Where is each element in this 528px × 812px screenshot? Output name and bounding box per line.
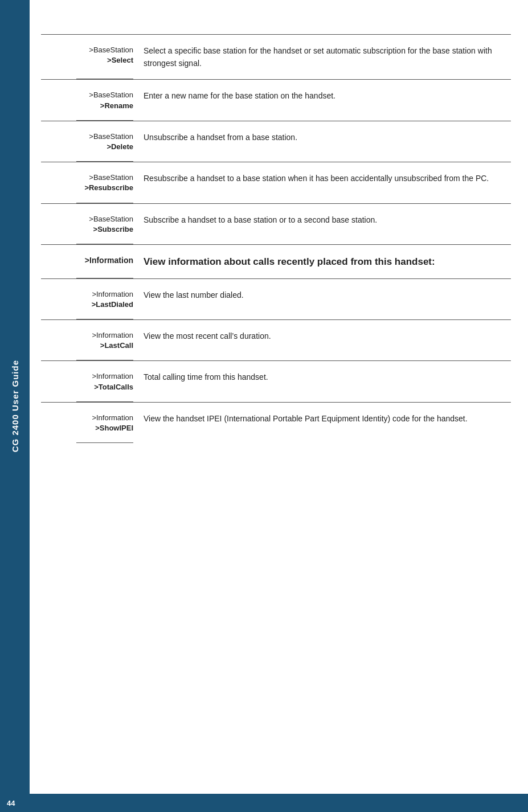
- row-label-top: >BaseStation: [89, 173, 133, 183]
- row-inner: >Information >ShowIPEI View the handset …: [41, 413, 511, 443]
- row-label-top: >Information: [92, 330, 133, 341]
- row-description: Enter a new name for the base station on…: [144, 90, 511, 110]
- row-label-bottom: >Rename: [100, 101, 133, 111]
- row-label-bottom: >LastDialed: [92, 300, 133, 310]
- table-row: >Information >ShowIPEI View the handset …: [41, 402, 511, 443]
- row-label: >BaseStation >Rename: [41, 90, 144, 110]
- row-inner: >BaseStation >Rename Enter a new name fo…: [41, 90, 511, 120]
- row-label: >Information >LastCall: [41, 330, 144, 351]
- row-label-top: >BaseStation: [89, 214, 133, 224]
- row-description: Total calling time from this handset.: [144, 371, 511, 392]
- table-row: >BaseStation >Delete Unsubscribe a hands…: [41, 121, 511, 162]
- page-number: 44: [7, 799, 15, 807]
- row-content: >BaseStation >Delete Unsubscribe a hands…: [41, 132, 511, 161]
- row-description: Subscribe a handset to a base station or…: [144, 214, 511, 235]
- row-inner: >BaseStation >Select Select a specific b…: [41, 45, 511, 79]
- sidebar-title: CG 2400 User Guide: [10, 360, 20, 452]
- page-bar: 44: [0, 794, 528, 812]
- row-label-top: >BaseStation: [89, 45, 133, 55]
- row-description: Resubscribe a handset to a base station …: [144, 173, 511, 193]
- row-inner: >BaseStation >Subscribe Subscribe a hand…: [41, 214, 511, 244]
- row-label: >Information >ShowIPEI: [41, 413, 144, 433]
- row-label-bottom: >LastCall: [100, 341, 133, 351]
- row-content: >Information >ShowIPEI View the handset …: [41, 413, 511, 442]
- row-label: >BaseStation >Resubscribe: [41, 173, 144, 193]
- row-description: View the most recent call’s duration.: [144, 330, 511, 351]
- row-label-bottom: >Delete: [107, 142, 133, 152]
- row-content: >Information >LastDialed View the last n…: [41, 289, 511, 319]
- table-row: >Information >LastDialed View the last n…: [41, 278, 511, 319]
- row-content: >BaseStation >Subscribe Subscribe a hand…: [41, 214, 511, 244]
- row-description: Select a specific base station for the h…: [144, 45, 511, 69]
- table-row: >BaseStation >Resubscribe Resubscribe a …: [41, 162, 511, 203]
- row-description: View information about calls recently pl…: [144, 255, 511, 269]
- table-row: >Information View information about call…: [41, 244, 511, 278]
- main-content: >BaseStation >Select Select a specific b…: [41, 0, 511, 477]
- row-content: >BaseStation >Rename Enter a new name fo…: [41, 90, 511, 120]
- row-description: View the handset IPEI (International Por…: [144, 413, 511, 433]
- row-label-top: >BaseStation: [89, 132, 133, 142]
- row-content: >Information >TotalCalls Total calling t…: [41, 371, 511, 401]
- row-inner: >BaseStation >Resubscribe Resubscribe a …: [41, 173, 511, 203]
- table-row: >BaseStation >Select Select a specific b…: [41, 34, 511, 79]
- row-content: >BaseStation >Select Select a specific b…: [41, 45, 511, 79]
- row-label-top: >Information: [92, 289, 133, 300]
- row-label: >Information: [41, 255, 144, 269]
- table-row: >Information >TotalCalls Total calling t…: [41, 360, 511, 401]
- table-row: >Information >LastCall View the most rec…: [41, 319, 511, 360]
- row-content: >BaseStation >Resubscribe Resubscribe a …: [41, 173, 511, 202]
- sidebar: CG 2400 User Guide: [0, 0, 30, 812]
- row-inner: >Information >TotalCalls Total calling t…: [41, 371, 511, 401]
- row-label: >BaseStation >Delete: [41, 132, 144, 152]
- row-content: >Information View information about call…: [41, 255, 511, 278]
- row-label-top: >BaseStation: [89, 90, 133, 100]
- row-label: >BaseStation >Subscribe: [41, 214, 144, 235]
- row-description: Unsubscribe a handset from a base statio…: [144, 132, 511, 152]
- row-label-top: >Information: [92, 413, 133, 423]
- row-label-bottom: >Select: [107, 55, 133, 65]
- row-label-top: >Information: [92, 371, 133, 382]
- table-row: >BaseStation >Rename Enter a new name fo…: [41, 79, 511, 120]
- row-inner: >Information View information about call…: [41, 255, 511, 278]
- row-label-bottom: >Resubscribe: [84, 183, 133, 193]
- row-label-top: >Information: [85, 255, 133, 266]
- row-inner: >Information >LastCall View the most rec…: [41, 330, 511, 360]
- row-label-bottom: >TotalCalls: [94, 382, 133, 392]
- row-inner: >BaseStation >Delete Unsubscribe a hands…: [41, 132, 511, 162]
- row-label: >BaseStation >Select: [41, 45, 144, 69]
- row-content: >Information >LastCall View the most rec…: [41, 330, 511, 360]
- row-description: View the last number dialed.: [144, 289, 511, 310]
- row-label-bottom: >ShowIPEI: [95, 423, 133, 433]
- table-row: >BaseStation >Subscribe Subscribe a hand…: [41, 203, 511, 244]
- row-inner: >Information >LastDialed View the last n…: [41, 289, 511, 319]
- row-label-bottom: >Subscribe: [93, 224, 133, 235]
- row-label: >Information >TotalCalls: [41, 371, 144, 392]
- row-label: >Information >LastDialed: [41, 289, 144, 310]
